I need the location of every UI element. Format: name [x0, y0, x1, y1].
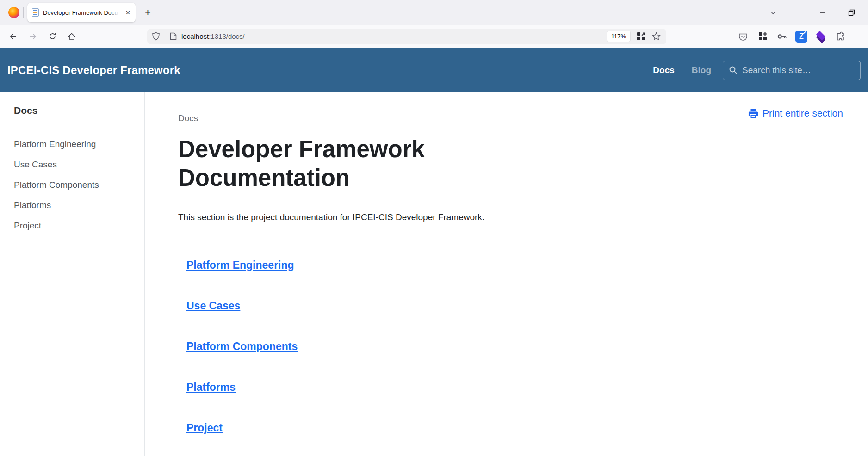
- back-button[interactable]: [6, 29, 21, 44]
- section-link-platform-components[interactable]: Platform Components: [186, 340, 298, 352]
- shield-icon[interactable]: [152, 32, 160, 41]
- section-entry: Platform Components: [186, 340, 723, 353]
- page-info-icon[interactable]: [170, 32, 177, 40]
- search-icon: [729, 66, 738, 74]
- tab-title: Developer Framework Documentation: [43, 9, 120, 16]
- section-link-use-cases[interactable]: Use Cases: [186, 300, 240, 312]
- content-divider: [178, 237, 723, 237]
- pocket-icon[interactable]: [737, 30, 750, 43]
- extensions-row: Z: [737, 30, 847, 43]
- url-text: localhost:1313/docs/: [181, 32, 245, 40]
- docs-sidebar: Docs Platform Engineering Use Cases Plat…: [0, 92, 145, 456]
- sidebar-item-use-cases[interactable]: Use Cases: [14, 158, 128, 171]
- tab-strip-separator: [23, 7, 24, 18]
- browser-tab-strip: Developer Framework Documentation ✕ +: [0, 0, 868, 25]
- page-intro: This section is the project documentatio…: [178, 212, 723, 222]
- search-input[interactable]: [742, 65, 855, 75]
- address-bar[interactable]: localhost:1313/docs/ 117%: [147, 29, 666, 44]
- page-title: Developer Framework Documentation: [178, 135, 539, 192]
- window-minimize-icon[interactable]: [819, 9, 826, 16]
- print-entire-section-link[interactable]: Print entire section: [748, 108, 868, 119]
- section-entry: Project: [186, 422, 723, 434]
- sidebar-item-platform-engineering[interactable]: Platform Engineering: [14, 138, 128, 150]
- browser-tab[interactable]: Developer Framework Documentation ✕: [27, 3, 136, 22]
- tab-close-icon[interactable]: ✕: [123, 8, 133, 17]
- browser-toolbar: localhost:1313/docs/ 117%: [0, 25, 868, 48]
- home-button[interactable]: [64, 29, 80, 44]
- sidebar-item-platform-components[interactable]: Platform Components: [14, 179, 128, 191]
- extensions-puzzle-icon[interactable]: [834, 30, 847, 43]
- right-sidebar: Print entire section: [732, 92, 868, 456]
- password-key-icon[interactable]: [775, 30, 788, 43]
- site-navbar: IPCEI-CIS Developer Framework Docs Blog: [0, 48, 868, 92]
- sidebar-item-project[interactable]: Project: [14, 219, 128, 232]
- layers-extension-icon[interactable]: [814, 30, 827, 43]
- section-link-platform-engineering[interactable]: Platform Engineering: [186, 259, 294, 271]
- new-tab-button[interactable]: +: [142, 6, 154, 18]
- firefox-view-icon[interactable]: [8, 7, 19, 18]
- printer-icon: [748, 109, 758, 118]
- main-content: Docs Developer Framework Documentation T…: [145, 92, 732, 456]
- site-brand[interactable]: IPCEI-CIS Developer Framework: [7, 64, 180, 77]
- tab-list-chevron-down-icon[interactable]: [769, 9, 777, 16]
- grid-plus-icon[interactable]: [756, 30, 769, 43]
- section-entry: Use Cases: [186, 300, 723, 312]
- section-entry: Platform Engineering: [186, 259, 723, 271]
- reload-button[interactable]: [44, 29, 60, 44]
- section-link-platforms[interactable]: Platforms: [186, 381, 236, 393]
- section-entry: Platforms: [186, 381, 723, 394]
- sidebar-heading: Docs: [14, 105, 128, 123]
- site-search-box[interactable]: [723, 61, 861, 80]
- zoom-level-button[interactable]: 117%: [607, 31, 630, 42]
- nav-link-blog[interactable]: Blog: [692, 65, 711, 75]
- section-link-project[interactable]: Project: [186, 422, 223, 434]
- page-favicon-icon: [32, 8, 39, 17]
- bookmark-star-icon[interactable]: [652, 32, 661, 41]
- forward-button[interactable]: [25, 29, 41, 44]
- window-restore-icon[interactable]: [848, 9, 855, 16]
- sidebar-item-platforms[interactable]: Platforms: [14, 199, 128, 211]
- breadcrumb[interactable]: Docs: [178, 113, 723, 123]
- nav-link-docs[interactable]: Docs: [653, 65, 674, 75]
- reader-grid-icon[interactable]: [637, 32, 645, 41]
- zotero-extension-icon[interactable]: Z: [795, 30, 808, 43]
